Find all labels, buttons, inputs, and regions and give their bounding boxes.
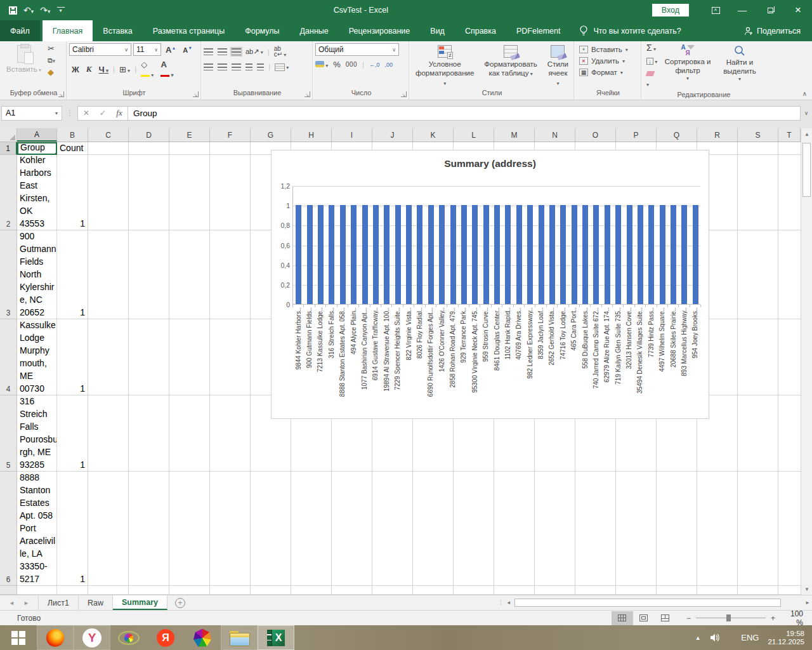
- close-button[interactable]: ×: [784, 0, 812, 20]
- fill-button[interactable]: ↓: [646, 56, 657, 67]
- fill-color-button[interactable]: ◇: [138, 59, 156, 79]
- decrease-decimal-button[interactable]: ,00: [385, 62, 393, 68]
- comma-style-button[interactable]: 000: [346, 61, 357, 68]
- empty-cells[interactable]: [88, 472, 801, 586]
- row-header-4[interactable]: 4: [0, 319, 17, 395]
- cell-A6[interactable]: 8888 Stanton Estates Apt. 058 Port Arace…: [17, 472, 57, 586]
- zoom-in-button[interactable]: +: [771, 614, 775, 623]
- cut-icon[interactable]: ✂: [48, 44, 55, 53]
- cell-B7[interactable]: [57, 586, 88, 595]
- hidden-icons-chevron[interactable]: ▲: [695, 635, 701, 641]
- column-header-B[interactable]: B: [57, 128, 88, 142]
- column-header-T[interactable]: T: [778, 128, 801, 142]
- tab-Вид[interactable]: Вид: [420, 20, 455, 41]
- ribbon-display-options-button[interactable]: [703, 0, 728, 20]
- zoom-level[interactable]: 100 %: [782, 609, 812, 627]
- conditional-formatting-button[interactable]: ≠ Условное форматирование: [412, 43, 478, 89]
- number-dialog-launcher[interactable]: [401, 91, 407, 97]
- align-center-icon[interactable]: [218, 63, 227, 70]
- column-header-L[interactable]: L: [454, 128, 494, 142]
- column-header-D[interactable]: D: [129, 128, 169, 142]
- column-header-Q[interactable]: Q: [657, 128, 697, 142]
- customize-qat-icon[interactable]: ▾: [57, 7, 65, 13]
- font-color-button[interactable]: А: [158, 59, 176, 79]
- column-header-F[interactable]: F: [210, 128, 251, 142]
- tell-me-box[interactable]: Что вы хотите сделать?: [579, 20, 681, 41]
- taskbar-firefox[interactable]: [37, 625, 74, 650]
- tab-Вставка[interactable]: Вставка: [93, 20, 142, 41]
- alignment-dialog-launcher[interactable]: [304, 91, 310, 97]
- row-header-1[interactable]: 1: [0, 142, 17, 155]
- column-header-R[interactable]: R: [697, 128, 738, 142]
- scroll-down-icon[interactable]: ▼: [801, 583, 812, 595]
- cell-B1[interactable]: Count: [57, 142, 88, 155]
- taskbar-yandex-browser[interactable]: Y: [74, 625, 110, 650]
- formula-input[interactable]: Group: [128, 106, 801, 121]
- insert-cells-button[interactable]: + Вставить: [577, 44, 639, 55]
- page-break-view-button[interactable]: [655, 611, 676, 625]
- add-sheet-button[interactable]: +: [175, 598, 185, 608]
- column-header-M[interactable]: M: [494, 128, 535, 142]
- cell-A2[interactable]: 9844 Kohler Harbors East Kirsten, OK 435…: [17, 155, 57, 230]
- scroll-right-icon[interactable]: ►: [803, 598, 812, 608]
- font-size-combo[interactable]: 11∨: [133, 43, 161, 56]
- sheet-tab-Summary[interactable]: Summary: [113, 595, 167, 610]
- select-all-corner[interactable]: [0, 128, 17, 142]
- format-painter-icon[interactable]: ◆: [48, 68, 55, 77]
- column-header-N[interactable]: N: [535, 128, 575, 142]
- align-middle-icon[interactable]: [218, 48, 227, 55]
- horizontal-scrollbar[interactable]: ⁞ ◄ ►: [500, 595, 812, 610]
- empty-cells[interactable]: [88, 586, 801, 595]
- taskbar-file-explorer[interactable]: [221, 625, 258, 650]
- decrease-indent-icon[interactable]: [246, 63, 252, 70]
- align-right-icon[interactable]: [232, 63, 241, 70]
- taskbar-excel[interactable]: X: [258, 625, 294, 650]
- zoom-slider-thumb[interactable]: [726, 614, 731, 621]
- minimize-button[interactable]: —: [728, 0, 756, 20]
- network-icon[interactable]: [730, 633, 733, 642]
- italic-button[interactable]: К: [84, 63, 95, 75]
- align-top-icon[interactable]: [204, 48, 213, 55]
- horizontal-scroll-thumb[interactable]: [514, 599, 781, 607]
- save-icon[interactable]: [9, 6, 17, 15]
- tab-PDFelement[interactable]: PDFelement: [506, 20, 570, 41]
- sheet-nav-left-icon[interactable]: ◄: [9, 600, 15, 606]
- taskbar-yandex[interactable]: Я: [147, 625, 184, 650]
- redo-icon[interactable]: ↷▾: [40, 6, 50, 15]
- start-button[interactable]: [0, 625, 37, 650]
- language-indicator[interactable]: ENG: [741, 633, 759, 642]
- chart-object[interactable]: Summary (address) 00,20,40,60,811,29844 …: [271, 150, 709, 419]
- borders-button[interactable]: ⊞: [117, 64, 133, 75]
- copy-icon[interactable]: ⧉▾: [48, 56, 55, 65]
- align-bottom-icon[interactable]: [232, 48, 241, 55]
- confirm-entry-icon[interactable]: ✓: [95, 109, 111, 117]
- scroll-up-icon[interactable]: ▲: [801, 128, 812, 140]
- cell-B3[interactable]: 1: [57, 230, 88, 319]
- underline-button[interactable]: Ч: [96, 64, 111, 75]
- cell-A1[interactable]: Group: [17, 142, 57, 155]
- format-as-table-button[interactable]: Форматировать как таблицу: [480, 43, 540, 80]
- orientation-button[interactable]: ab↗: [246, 48, 263, 56]
- shrink-font-button[interactable]: А▼: [180, 45, 195, 55]
- vertical-scroll-thumb[interactable]: [802, 143, 811, 197]
- cell-B6[interactable]: 1: [57, 472, 88, 586]
- find-select-button[interactable]: Найти и выделить: [716, 43, 764, 84]
- column-header-E[interactable]: E: [169, 128, 210, 142]
- number-format-combo[interactable]: Общий∨: [315, 43, 399, 56]
- tab-Справка[interactable]: Справка: [455, 20, 506, 41]
- merge-center-button[interactable]: [275, 63, 289, 71]
- scrollbar-resize-grip[interactable]: ⁞: [500, 599, 504, 606]
- sheet-tab-Лист1[interactable]: Лист1: [38, 595, 79, 610]
- column-header-P[interactable]: P: [616, 128, 657, 142]
- percent-button[interactable]: %: [333, 60, 341, 69]
- cell-A5[interactable]: 316 Streich Falls Pourosbu rgh, ME 93285: [17, 395, 57, 472]
- font-dialog-launcher[interactable]: [193, 91, 199, 97]
- autosum-button[interactable]: Σ: [646, 43, 657, 54]
- signin-button[interactable]: Вход: [652, 4, 689, 17]
- cell-B4[interactable]: 1: [57, 319, 88, 395]
- cell-B5[interactable]: 1: [57, 395, 88, 472]
- page-layout-view-button[interactable]: [633, 611, 655, 625]
- column-header-S[interactable]: S: [738, 128, 778, 142]
- tab-Формулы[interactable]: Формулы: [235, 20, 289, 41]
- scroll-left-icon[interactable]: ◄: [504, 598, 513, 608]
